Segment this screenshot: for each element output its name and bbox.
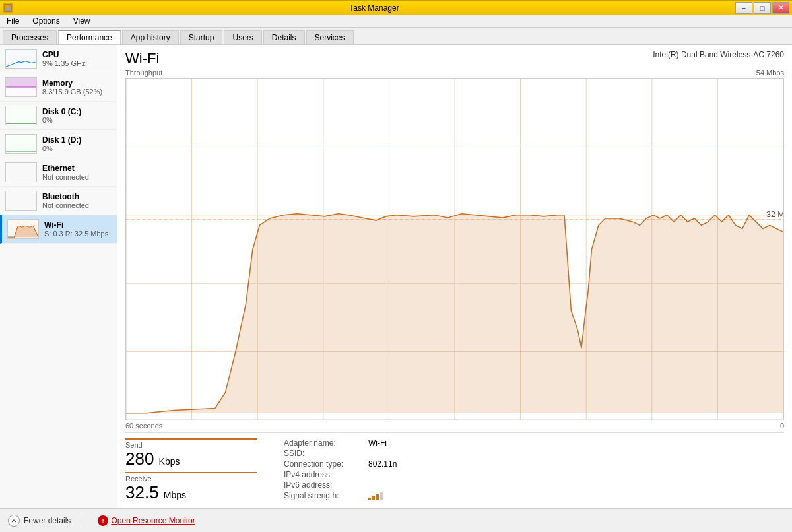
sidebar-item-memory[interactable]: Memory 8.3/15.9 GB (52%) [0, 73, 117, 102]
ethernet-name: Ethernet [42, 164, 112, 173]
open-monitor-label: Open Resource Monitor [111, 516, 195, 525]
signal-bar-1 [368, 498, 371, 500]
disk1-mini-graph [5, 134, 37, 154]
signal-bar-4 [380, 492, 383, 500]
cpu-detail: 9% 1.35 GHz [42, 59, 112, 67]
signal-bar-3 [376, 494, 379, 500]
connection-type-key: Connection type: [284, 459, 363, 469]
ethernet-mini-graph [5, 162, 37, 182]
memory-name: Memory [42, 79, 112, 88]
send-label: Send [125, 438, 257, 449]
signal-key: Signal strength: [284, 491, 363, 502]
main-content: CPU 9% 1.35 GHz Memory 8.3/15.9 GB (52%) [0, 45, 792, 508]
cpu-mini-graph [5, 49, 37, 69]
wifi-info: Wi-Fi S: 0.3 R: 32.5 Mbps [44, 220, 112, 238]
throughput-chart: 32 Mbps [125, 78, 784, 420]
ipv4-row: IPv4 address: [284, 470, 397, 479]
sidebar-item-bluetooth[interactable]: Bluetooth Not connected [0, 187, 117, 215]
sidebar-item-cpu[interactable]: CPU 9% 1.35 GHz [0, 45, 117, 73]
title-bar: Task Manager − □ ✕ [0, 0, 792, 15]
signal-val [368, 491, 383, 502]
maximize-button[interactable]: □ [754, 2, 771, 14]
ipv6-row: IPv6 address: [284, 481, 397, 490]
menu-bar: File Options View [0, 15, 792, 28]
svg-rect-12 [6, 163, 36, 182]
disk0-info: Disk 0 (C:) 0% [42, 107, 112, 124]
receive-stat: Receive 32.5 Mbps [125, 472, 257, 503]
window-title: Task Manager [13, 3, 735, 13]
panel-subtitle: Throughput [125, 69, 162, 77]
open-monitor-icon [98, 515, 108, 526]
ethernet-detail: Not connected [42, 173, 112, 181]
fewer-details-icon [8, 515, 20, 527]
stats-section: Send 280 Kbps Receive 32.5 Mbps Adapter … [125, 432, 784, 508]
open-resource-monitor-button[interactable]: Open Resource Monitor [98, 515, 195, 526]
svg-rect-10 [6, 135, 36, 153]
panel-header: Wi-Fi Intel(R) Dual Band Wireless-AC 726… [125, 50, 784, 67]
ethernet-info: Ethernet Not connected [42, 164, 112, 181]
wifi-detail: S: 0.3 R: 32.5 Mbps [44, 230, 112, 238]
memory-info: Memory 8.3/15.9 GB (52%) [42, 79, 112, 96]
tab-processes[interactable]: Processes [3, 30, 57, 44]
app-icon [3, 3, 13, 13]
bluetooth-detail: Not connected [42, 201, 112, 209]
sidebar-item-ethernet[interactable]: Ethernet Not connected [0, 158, 117, 187]
close-button[interactable]: ✕ [772, 2, 789, 14]
bluetooth-info: Bluetooth Not connected [42, 192, 112, 209]
ssid-row: SSID: [284, 449, 397, 458]
wifi-mini-graph [7, 219, 39, 239]
tab-startup[interactable]: Startup [180, 30, 223, 44]
fewer-details-button[interactable]: Fewer details [8, 515, 71, 527]
sidebar-item-disk0[interactable]: Disk 0 (C:) 0% [0, 102, 117, 130]
disk1-info: Disk 1 (D:) 0% [42, 135, 112, 152]
tab-bar: Processes Performance App history Startu… [0, 28, 792, 45]
tab-services[interactable]: Services [306, 30, 354, 44]
fewer-details-label: Fewer details [24, 516, 71, 525]
svg-point-37 [103, 521, 104, 523]
menu-view[interactable]: View [69, 15, 94, 27]
menu-file[interactable]: File [3, 15, 23, 27]
bottom-bar: Fewer details Open Resource Monitor [0, 508, 792, 532]
bottom-divider [84, 515, 84, 527]
tab-app-history[interactable]: App history [122, 30, 179, 44]
adapter-name-key: Adapter name: [284, 438, 363, 448]
sidebar-item-disk1[interactable]: Disk 1 (D:) 0% [0, 130, 117, 158]
ssid-key: SSID: [284, 449, 363, 458]
cpu-info: CPU 9% 1.35 GHz [42, 50, 112, 67]
signal-row: Signal strength: [284, 491, 397, 502]
connection-type-val: 802.11n [368, 459, 397, 469]
send-stat: Send 280 Kbps [125, 438, 257, 469]
bluetooth-name: Bluetooth [42, 192, 112, 201]
send-value: 280 Kbps [125, 449, 257, 469]
tab-performance[interactable]: Performance [58, 30, 121, 44]
svg-text:32 Mbps: 32 Mbps [766, 210, 783, 219]
tab-users[interactable]: Users [224, 30, 261, 44]
memory-mini-graph [5, 77, 37, 97]
svg-rect-8 [6, 106, 36, 125]
signal-bar-2 [372, 496, 375, 500]
sidebar-item-wifi[interactable]: Wi-Fi S: 0.3 R: 32.5 Mbps [0, 215, 117, 244]
tab-details[interactable]: Details [263, 30, 305, 44]
disk0-name: Disk 0 (C:) [42, 107, 112, 116]
chart-label-left: 60 seconds [125, 422, 162, 430]
panel-title: Wi-Fi [125, 50, 159, 67]
signal-bars [368, 491, 383, 500]
disk0-mini-graph [5, 106, 37, 125]
cpu-name: CPU [42, 50, 112, 59]
svg-rect-1 [5, 5, 8, 7]
adapter-name-val: Wi-Fi [368, 438, 387, 448]
menu-options[interactable]: Options [28, 15, 63, 27]
ipv6-key: IPv6 address: [284, 481, 363, 490]
svg-rect-13 [6, 191, 36, 210]
minimize-button[interactable]: − [735, 2, 752, 14]
panel-adapter: Intel(R) Dual Band Wireless-AC 7260 [653, 50, 784, 59]
memory-detail: 8.3/15.9 GB (52%) [42, 88, 112, 96]
bluetooth-mini-graph [5, 191, 37, 211]
disk1-name: Disk 1 (D:) [42, 135, 112, 145]
connection-type-row: Connection type: 802.11n [284, 459, 397, 469]
receive-label: Receive [125, 472, 257, 482]
window-controls: − □ ✕ [735, 2, 789, 14]
ipv4-key: IPv4 address: [284, 470, 363, 479]
svg-rect-2 [9, 5, 11, 7]
disk0-detail: 0% [42, 116, 112, 124]
